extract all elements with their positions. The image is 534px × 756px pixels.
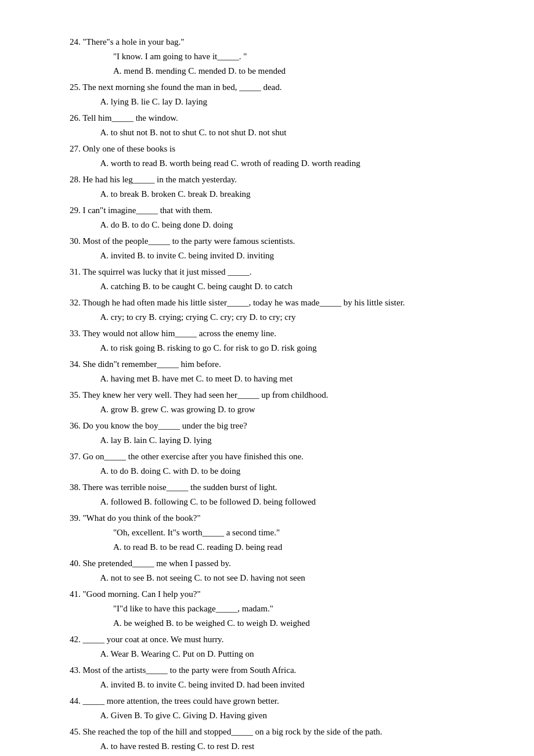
question-text: 24. "There"s a hole in your bag." [70, 35, 488, 49]
question-text: 38. There was terrible noise_____ the su… [70, 480, 488, 494]
options: A. worth to read B. worth being read C. … [70, 156, 488, 170]
question-block: 44. _____ more attention, the trees coul… [70, 694, 488, 722]
options: A. lying B. lie C. lay D. laying [70, 95, 488, 109]
question-text: 31. The squirrel was lucky that it just … [70, 265, 488, 279]
options: A. invited B. to invite C. being invited… [70, 249, 488, 262]
options: A. to shut not B. not to shut C. to not … [70, 125, 488, 139]
question-block: 40. She pretended_____ me when I passed … [70, 556, 488, 585]
options: A. be weighed B. to be weighed C. to wei… [70, 616, 488, 630]
question-text: 34. She didn"t remember_____ him before. [70, 357, 488, 371]
question-text: 42. _____ your coat at once. We must hur… [70, 632, 488, 646]
question-text: 44. _____ more attention, the trees coul… [70, 694, 488, 708]
question-text: 43. Most of the artists_____ to the part… [70, 663, 488, 677]
question-text: 36. Do you know the boy_____ under the b… [70, 419, 488, 433]
options: A. lay B. lain C. laying D. lying [70, 433, 488, 447]
question-text: 40. She pretended_____ me when I passed … [70, 556, 488, 570]
question-text: 27. Only one of these books is [70, 142, 488, 156]
question-block: 28. He had his leg_____ in the match yes… [70, 172, 488, 201]
question-block: 37. Go on_____ the other exercise after … [70, 449, 488, 478]
question-block: 45. She reached the top of the hill and … [70, 725, 488, 753]
question-block: 36. Do you know the boy_____ under the b… [70, 419, 488, 447]
question-block: 35. They knew her very well. They had se… [70, 388, 488, 416]
question-text: 41. "Good morning. Can I help you?" [70, 587, 488, 601]
question-text: 45. She reached the top of the hill and … [70, 725, 488, 739]
options: A. cry; to cry B. crying; crying C. cry;… [70, 310, 488, 324]
question-text: 25. The next morning she found the man i… [70, 80, 488, 94]
question-text: 33. They would not allow him_____ across… [70, 326, 488, 340]
question-block: 33. They would not allow him_____ across… [70, 326, 488, 355]
sub-text: "I"d like to have this package_____, mad… [70, 602, 488, 615]
options: A. followed B. following C. to be follow… [70, 495, 488, 509]
options: A. catching B. to be caught C. being cau… [70, 279, 488, 293]
sub-text: "I know. I am going to have it_____. " [70, 49, 488, 63]
options: A. invited B. to invite C. being invited… [70, 678, 488, 692]
question-block: 34. She didn"t remember_____ him before.… [70, 357, 488, 386]
question-block: 42. _____ your coat at once. We must hur… [70, 632, 488, 661]
options: A. not to see B. not seeing C. to not se… [70, 571, 488, 585]
options: A. do B. to do C. being done D. doing [70, 218, 488, 232]
question-block: 29. I can"t imagine_____ that with them.… [70, 203, 488, 232]
options: A. to do B. doing C. with D. to be doing [70, 464, 488, 478]
question-block: 27. Only one of these books isA. worth t… [70, 142, 488, 170]
question-block: 43. Most of the artists_____ to the part… [70, 663, 488, 692]
question-block: 38. There was terrible noise_____ the su… [70, 480, 488, 509]
question-text: 32. Though he had often made his little … [70, 296, 488, 309]
question-text: 30. Most of the people_____ to the party… [70, 234, 488, 248]
question-block: 25. The next morning she found the man i… [70, 80, 488, 109]
question-text: 29. I can"t imagine_____ that with them. [70, 203, 488, 217]
options: A. Wear B. Wearing C. Put on D. Putting … [70, 647, 488, 661]
question-block: 26. Tell him_____ the window.A. to shut … [70, 111, 488, 139]
options: A. to read B. to be read C. reading D. b… [70, 540, 488, 554]
question-block: 24. "There"s a hole in your bag.""I know… [70, 35, 488, 78]
options: A. grow B. grew C. was growing D. to gro… [70, 402, 488, 416]
question-text: 35. They knew her very well. They had se… [70, 388, 488, 402]
question-block: 39. "What do you think of the book?""Oh,… [70, 511, 488, 554]
sub-text: "Oh, excellent. It"s worth_____ a second… [70, 525, 488, 539]
options: A. having met B. have met C. to meet D. … [70, 372, 488, 386]
options: A. to break B. broken C. break D. breaki… [70, 187, 488, 201]
options: A. to risk going B. risking to go C. for… [70, 341, 488, 355]
options: A. Given B. To give C. Giving D. Having … [70, 708, 488, 722]
question-text: 26. Tell him_____ the window. [70, 111, 488, 125]
question-block: 30. Most of the people_____ to the party… [70, 234, 488, 262]
question-block: 41. "Good morning. Can I help you?""I"d … [70, 587, 488, 630]
question-text: 37. Go on_____ the other exercise after … [70, 449, 488, 463]
question-text: 39. "What do you think of the book?" [70, 511, 488, 525]
question-block: 31. The squirrel was lucky that it just … [70, 265, 488, 293]
options: A. to have rested B. resting C. to rest … [70, 739, 488, 753]
question-text: 28. He had his leg_____ in the match yes… [70, 172, 488, 186]
question-block: 32. Though he had often made his little … [70, 296, 488, 324]
exam-content: 24. "There"s a hole in your bag.""I know… [70, 35, 488, 756]
options: A. mend B. mending C. mended D. to be me… [70, 64, 488, 78]
